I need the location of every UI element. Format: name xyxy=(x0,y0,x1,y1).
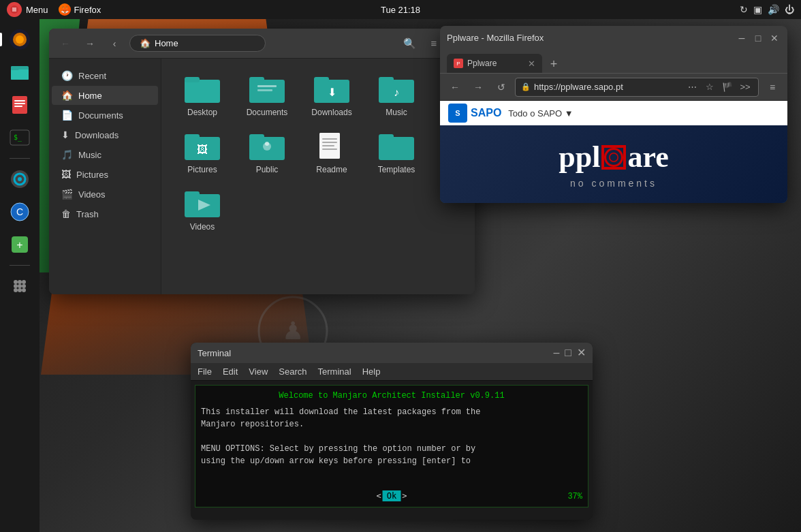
svg-rect-58 xyxy=(379,137,414,160)
dock-item-settings[interactable] xyxy=(5,164,35,194)
sidebar-item-music[interactable]: 🎵 Music xyxy=(52,145,158,164)
terminal-maximize-button[interactable]: □ xyxy=(565,347,571,358)
folder-templates[interactable]: Templates xyxy=(366,126,427,180)
input-right-arrow[interactable]: > xyxy=(402,491,407,501)
new-tab-button[interactable]: + xyxy=(545,55,563,73)
dock-item-firefox[interactable] xyxy=(5,25,35,54)
terminal-input-ok[interactable]: Ok xyxy=(383,490,400,501)
svg-text:♟: ♟ xyxy=(282,317,304,345)
browser-back-button[interactable]: ← xyxy=(445,78,465,97)
svg-point-5 xyxy=(16,35,24,44)
menu-edit[interactable]: Edit xyxy=(223,366,238,377)
folder-music-icon: ♪ xyxy=(379,74,414,104)
volume-icon[interactable]: 🔊 xyxy=(768,4,779,15)
search-button[interactable]: 🔍 xyxy=(400,34,419,53)
power-icon[interactable]: ⏻ xyxy=(785,4,794,15)
folder-pictures[interactable]: 🖼 Pictures xyxy=(172,126,233,180)
file-manager-sidebar: 🕐 Recent 🏠 Home 📄 Documents ⬇ Downloads … xyxy=(49,59,161,294)
dock-item-notes[interactable] xyxy=(5,90,35,120)
dock-separator-1 xyxy=(10,158,30,159)
svg-point-63 xyxy=(606,148,623,166)
sidebar-item-downloads[interactable]: ⬇ Downloads xyxy=(52,125,158,144)
documents-icon: 📄 xyxy=(61,110,73,121)
bookmark-button[interactable]: ☆ xyxy=(702,80,717,95)
firefox-taskbar-item[interactable]: 🦊 Firefox xyxy=(59,3,101,16)
svg-text:⬇: ⬇ xyxy=(328,87,336,98)
svg-rect-57 xyxy=(322,148,337,150)
svg-rect-9 xyxy=(12,96,27,114)
forward-button[interactable]: → xyxy=(80,34,99,53)
sidebar-item-recent[interactable]: 🕐 Recent xyxy=(52,66,158,85)
close-button[interactable]: ✕ xyxy=(768,32,781,44)
svg-text:+: + xyxy=(16,239,22,251)
maximize-button[interactable]: □ xyxy=(752,32,764,44)
terminal-titlebar: Terminal – □ ✕ xyxy=(191,343,593,363)
browser-forward-button[interactable]: → xyxy=(469,78,488,97)
firefox-window: Pplware - Mozilla Firefox – □ ✕ P Pplwar… xyxy=(440,26,787,203)
menu-file[interactable]: File xyxy=(198,366,212,377)
sidebar-item-documents[interactable]: 📄 Documents xyxy=(52,106,158,125)
dock-item-software[interactable]: + xyxy=(5,230,35,260)
terminal-content[interactable]: Welcome to Manjaro Architect Installer v… xyxy=(195,385,588,507)
input-left-arrow[interactable]: < xyxy=(377,491,381,501)
dock-item-appgrid[interactable] xyxy=(5,271,35,301)
svg-rect-38 xyxy=(257,89,272,91)
svg-rect-33 xyxy=(185,80,220,103)
sapo-logo: S SAPO xyxy=(448,104,501,123)
svg-rect-56 xyxy=(322,145,334,146)
terminal-welcome-line: Welcome to Manjaro Architect Installer v… xyxy=(201,391,582,401)
folder-videos[interactable]: Videos xyxy=(172,183,233,237)
videos-icon: 🎬 xyxy=(61,189,73,200)
menu-icon xyxy=(7,2,22,17)
svg-point-23 xyxy=(14,280,18,284)
dock-item-files[interactable] xyxy=(5,57,35,87)
svg-point-17 xyxy=(18,177,22,181)
browser-reload-button[interactable]: ↺ xyxy=(492,78,511,97)
display-icon[interactable]: ▣ xyxy=(753,4,762,15)
sidebar-item-home[interactable]: 🏠 Home xyxy=(52,86,158,105)
dock-item-terminal[interactable]: $_ xyxy=(5,123,35,153)
minimize-button[interactable]: – xyxy=(736,32,748,44)
folder-desktop[interactable]: Desktop xyxy=(172,69,233,123)
sidebar-item-videos[interactable]: 🎬 Videos xyxy=(52,185,158,204)
menu-help[interactable]: Help xyxy=(362,366,381,377)
folder-desktop-icon xyxy=(185,74,220,104)
browser-tab-pplware[interactable]: P Pplware ✕ xyxy=(447,54,542,73)
pplware-hero: ppl are no comments xyxy=(440,125,787,203)
url-bar[interactable]: 🔒 https://pplware.sapo.pt ⋯ ☆ 🏴 >> xyxy=(515,78,759,97)
dock-item-browser2[interactable]: C xyxy=(5,197,35,227)
back-button[interactable]: ← xyxy=(56,34,75,53)
svg-rect-7 xyxy=(11,69,29,80)
terminal-minimize-button[interactable]: – xyxy=(553,347,559,358)
more-tools-button[interactable]: >> xyxy=(738,80,753,95)
file-manager-content: Desktop Documents ⬇ Downloads ♪ xyxy=(161,59,475,294)
svg-rect-36 xyxy=(249,77,264,82)
svg-rect-37 xyxy=(257,85,277,87)
sidebar-item-pictures[interactable]: 🖼 Pictures xyxy=(52,165,158,184)
sync-icon[interactable]: ↻ xyxy=(740,4,748,15)
menu-search[interactable]: Search xyxy=(279,366,307,377)
folder-downloads[interactable]: ⬇ Downloads xyxy=(301,69,362,123)
location-bar[interactable]: 🏠 Home xyxy=(129,35,266,52)
menu-terminal[interactable]: Terminal xyxy=(318,366,351,377)
folder-public[interactable]: Public xyxy=(236,126,298,180)
file-readme[interactable]: Readme xyxy=(301,126,362,180)
sidebar-item-trash[interactable]: 🗑 Trash xyxy=(52,204,158,223)
folder-music[interactable]: ♪ Music xyxy=(366,69,427,123)
hamburger-menu[interactable]: ≡ xyxy=(763,78,782,97)
menu-view[interactable]: View xyxy=(249,366,268,377)
menu-button[interactable]: Menu xyxy=(7,2,48,17)
tab-close-button[interactable]: ✕ xyxy=(528,59,535,69)
reader-mode-button[interactable]: ⋯ xyxy=(685,80,700,95)
svg-rect-12 xyxy=(14,106,22,107)
svg-text:🖼: 🖼 xyxy=(197,144,208,155)
file-manager-toolbar: ← → ‹ 🏠 Home 🔍 ≡ ⋮ xyxy=(49,29,475,59)
history-button[interactable]: ‹ xyxy=(105,34,124,53)
sapo-logo-icon: S xyxy=(448,104,467,123)
folder-pictures-icon: 🖼 xyxy=(185,131,220,161)
pocket-button[interactable]: 🏴 xyxy=(720,80,735,95)
terminal-close-button[interactable]: ✕ xyxy=(577,347,586,358)
folder-documents[interactable]: Documents xyxy=(236,69,298,123)
clock: Tue 21:18 xyxy=(381,5,420,15)
trash-icon: 🗑 xyxy=(61,208,71,219)
